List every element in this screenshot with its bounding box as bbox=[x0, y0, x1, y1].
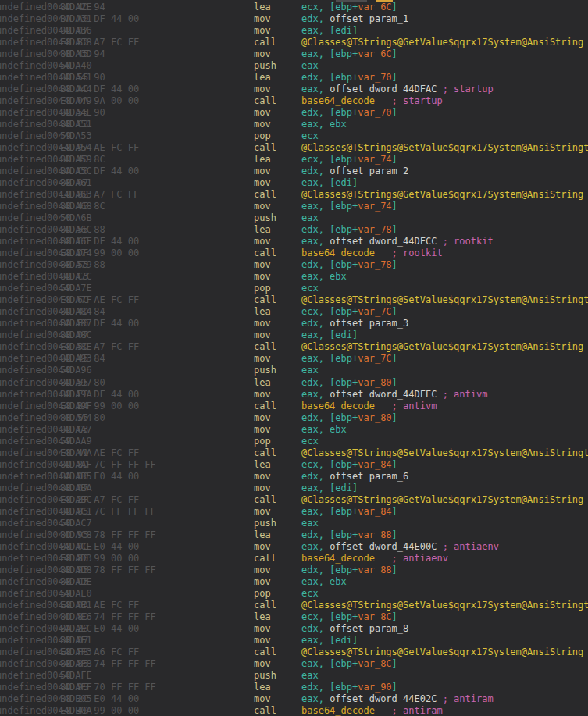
register-token[interactable]: eax, [ebp+ bbox=[301, 201, 358, 212]
register-token[interactable]: ] bbox=[392, 529, 397, 540]
register-token[interactable]: eax, ebx bbox=[301, 576, 347, 587]
mnemonic[interactable]: pop bbox=[254, 588, 271, 600]
asm-line[interactable]: undefined0044DAC750pusheax bbox=[0, 518, 588, 529]
mnemonic[interactable]: mov bbox=[254, 693, 271, 705]
asm-line[interactable]: undefined0044DAAF8D 8D 7C FF FF FFleaecx… bbox=[0, 459, 588, 471]
symbol-token[interactable]: offset param_1 bbox=[330, 13, 408, 24]
register-token[interactable]: ] bbox=[392, 306, 397, 317]
symbol-token[interactable]: offset dword_44DFEC bbox=[330, 389, 443, 400]
library-call-token[interactable]: @Classes@TStrings@SetValue$qqrx17System@… bbox=[301, 142, 588, 153]
library-call-token[interactable]: @Classes@TStrings@GetValue$qqrx17System@… bbox=[301, 189, 583, 200]
register-token[interactable]: ] bbox=[392, 565, 397, 575]
mnemonic[interactable]: mov bbox=[254, 471, 271, 483]
register-token[interactable]: ] bbox=[392, 459, 397, 470]
asm-line[interactable]: undefined0044DB05B8 2C E0 44 00moveax, o… bbox=[0, 693, 588, 705]
library-call-token[interactable]: @Classes@TStrings@GetValue$qqrx17System@… bbox=[301, 494, 583, 505]
mnemonic[interactable]: mov bbox=[254, 389, 271, 401]
mnemonic[interactable]: mov bbox=[254, 48, 271, 60]
register-token[interactable]: ] bbox=[392, 107, 397, 118]
register-token[interactable]: eax, bbox=[301, 541, 330, 552]
register-token[interactable]: eax, [ebp+ bbox=[301, 658, 358, 669]
library-call-token[interactable]: @Classes@TStrings@SetValue$qqrx17System@… bbox=[301, 447, 588, 458]
asm-line[interactable]: undefined0044DAA78B C3moveax, ebx bbox=[0, 424, 588, 436]
asm-line[interactable]: undefined0044DAB5BA 00 E0 44 00movedx, o… bbox=[0, 471, 588, 483]
mnemonic[interactable]: mov bbox=[254, 13, 271, 25]
register-token[interactable]: eax, ebx bbox=[301, 271, 347, 282]
register-token[interactable]: edx, [ebp+ bbox=[301, 107, 358, 118]
asm-line[interactable]: undefined0044DA978D 55 80leaedx, [ebp+va… bbox=[0, 377, 588, 389]
mnemonic[interactable]: mov bbox=[254, 483, 271, 494]
library-call-token[interactable]: @Classes@TStrings@GetValue$qqrx17System@… bbox=[301, 647, 583, 657]
asm-line[interactable]: undefined0044DAC18B 85 7C FF FF FFmoveax… bbox=[0, 506, 588, 518]
mnemonic[interactable]: push bbox=[254, 518, 276, 529]
register-token[interactable]: edx, bbox=[301, 166, 330, 176]
asm-line[interactable]: undefined0044DB0AE8 49 99 00 00callbase6… bbox=[0, 705, 588, 716]
register-token[interactable]: ] bbox=[392, 412, 397, 423]
mnemonic[interactable]: call bbox=[254, 600, 276, 611]
register-token[interactable]: eax, bbox=[301, 84, 330, 94]
symbol-token[interactable]: offset param_8 bbox=[330, 623, 408, 634]
mnemonic[interactable]: push bbox=[254, 212, 276, 224]
mnemonic[interactable]: push bbox=[254, 365, 276, 376]
mnemonic[interactable]: mov bbox=[254, 119, 271, 130]
register-token[interactable]: ] bbox=[392, 72, 397, 83]
mnemonic[interactable]: mov bbox=[254, 623, 271, 635]
register-token[interactable]: ] bbox=[392, 682, 397, 693]
register-token[interactable]: eax bbox=[301, 212, 319, 223]
stack-var-token[interactable]: var_70 bbox=[358, 107, 391, 118]
library-call-token[interactable]: @Classes@TStrings@GetValue$qqrx17System@… bbox=[301, 37, 583, 48]
mnemonic[interactable]: lea bbox=[254, 306, 271, 318]
asm-line[interactable]: undefined0044DA848D 4D 84leaecx, [ebp+va… bbox=[0, 306, 588, 318]
asm-line[interactable]: undefined0044DA9650pusheax bbox=[0, 365, 588, 376]
register-token[interactable]: edx, bbox=[301, 471, 330, 482]
asm-line[interactable]: undefined0044DAE68D 8D 74 FF FF FFleaecx… bbox=[0, 611, 588, 623]
register-token[interactable]: edx, [ebp+ bbox=[301, 682, 358, 693]
asm-line[interactable]: undefined0044DA9AB8 EC DF 44 00moveax, o… bbox=[0, 389, 588, 401]
symbol-token[interactable]: offset dword_44E02C bbox=[330, 693, 443, 704]
stack-var-token[interactable]: var_88 bbox=[358, 529, 391, 540]
asm-line[interactable]: undefined0044DAF88B 85 74 FF FF FFmoveax… bbox=[0, 658, 588, 670]
register-token[interactable]: ] bbox=[392, 201, 397, 212]
asm-line[interactable]: undefined0044DA54E8 97 AE FC FFcall@Clas… bbox=[0, 142, 588, 154]
asm-line[interactable]: undefined0044DAA48B 55 80movedx, [ebp+va… bbox=[0, 412, 588, 424]
mnemonic[interactable]: mov bbox=[254, 541, 271, 553]
stack-var-token[interactable]: var_78 bbox=[358, 224, 391, 235]
register-token[interactable]: eax, [ebp+ bbox=[301, 506, 358, 517]
asm-line[interactable]: undefined0044DA4E8B 55 90movedx, [ebp+va… bbox=[0, 107, 588, 119]
mnemonic[interactable]: call bbox=[254, 341, 276, 353]
mnemonic[interactable]: mov bbox=[254, 166, 271, 177]
asm-line[interactable]: undefined0044DA5CBA C0 DF 44 00movedx, o… bbox=[0, 166, 588, 177]
function-name-token[interactable]: base64_decode bbox=[301, 705, 375, 716]
register-token[interactable]: eax, [edi] bbox=[301, 177, 358, 188]
register-token[interactable]: edx, [ebp+ bbox=[301, 377, 358, 388]
mnemonic[interactable]: lea bbox=[254, 154, 271, 166]
asm-line[interactable]: undefined0044DA7C8B C3moveax, ebx bbox=[0, 271, 588, 283]
mnemonic[interactable]: lea bbox=[254, 682, 271, 693]
register-token[interactable]: eax, bbox=[301, 693, 330, 704]
asm-line[interactable]: undefined0044DAA959popecx bbox=[0, 436, 588, 447]
asm-line[interactable]: undefined0044DA5359popecx bbox=[0, 130, 588, 142]
register-token[interactable]: eax, [edi] bbox=[301, 330, 358, 340]
mnemonic[interactable]: call bbox=[254, 37, 276, 48]
asm-line[interactable]: undefined0044DA63E8 88 A7 FC FFcall@Clas… bbox=[0, 189, 588, 201]
register-token[interactable]: ecx bbox=[301, 588, 319, 599]
asm-line[interactable]: undefined0044DAFE50pusheax bbox=[0, 670, 588, 682]
stack-var-token[interactable]: var_74 bbox=[358, 154, 391, 165]
asm-line[interactable]: undefined0044DA518B C3moveax, ebx bbox=[0, 119, 588, 130]
register-token[interactable]: ecx, [ebp+ bbox=[301, 2, 358, 12]
asm-line[interactable]: undefined0044DA7FE8 6C AE FC FFcall@Clas… bbox=[0, 294, 588, 306]
asm-line[interactable]: undefined0044DAF3E8 F8 A6 FC FFcall@Clas… bbox=[0, 647, 588, 658]
stack-var-token[interactable]: var_90 bbox=[358, 682, 391, 693]
register-token[interactable]: edx, bbox=[301, 13, 330, 24]
stack-var-token[interactable]: var_7C bbox=[358, 306, 391, 317]
asm-line[interactable]: undefined0044DABCE8 2F A7 FC FFcall@Clas… bbox=[0, 494, 588, 506]
register-token[interactable]: ecx bbox=[301, 436, 319, 447]
asm-line[interactable]: undefined0044DAD3E8 80 99 00 00callbase6… bbox=[0, 553, 588, 565]
register-token[interactable]: eax bbox=[301, 518, 319, 529]
mnemonic[interactable]: call bbox=[254, 142, 276, 154]
stack-var-token[interactable]: var_84 bbox=[358, 459, 391, 470]
mnemonic[interactable]: call bbox=[254, 705, 276, 716]
stack-var-token[interactable]: var_6C bbox=[358, 2, 391, 12]
register-token[interactable]: edx, [ebp+ bbox=[301, 529, 358, 540]
symbol-token[interactable]: offset param_6 bbox=[330, 471, 408, 482]
